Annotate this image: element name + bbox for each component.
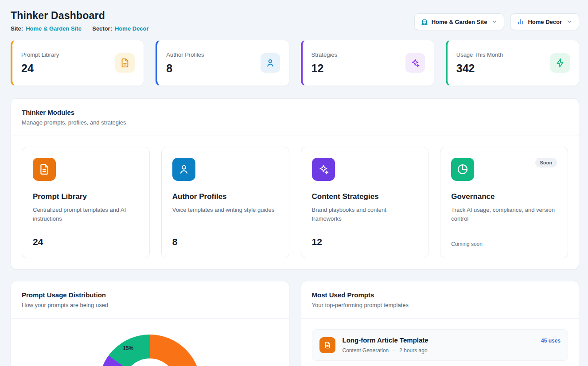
separator-dot: · xyxy=(86,25,88,32)
site-label: Site: xyxy=(11,25,23,32)
module-title: Governance xyxy=(451,192,557,201)
header: Thinker Dashboard Site: Home & Garden Si… xyxy=(11,10,579,32)
person-icon xyxy=(261,53,280,73)
star-icon xyxy=(312,158,335,181)
module-description: Track AI usage, compliance, and version … xyxy=(451,206,557,223)
sector-label: Sector: xyxy=(92,25,112,32)
modules-section-subtitle: Manage prompts, profiles, and strategies xyxy=(22,119,568,126)
module-count: 8 xyxy=(172,237,278,247)
module-card-top xyxy=(312,158,418,181)
stat-label: Usage This Month xyxy=(456,51,503,58)
most-used-prompts-card: Most Used Prompts Your top-performing pr… xyxy=(301,281,580,366)
page-title: Thinker Dashboard xyxy=(11,10,149,22)
chevron-down-icon xyxy=(491,19,498,25)
prompts-card-title: Most Used Prompts xyxy=(312,291,569,299)
usage-distribution-card: Prompt Usage Distribution How your promp… xyxy=(11,281,289,366)
module-title: Content Strategies xyxy=(312,192,418,201)
modules-section-title: Thinker Modules xyxy=(22,109,568,116)
module-card-top xyxy=(172,158,278,181)
modules-section-header: Thinker Modules Manage prompts, profiles… xyxy=(11,99,579,136)
sector-dropdown[interactable]: Home Decor xyxy=(510,13,579,30)
bar-chart-icon xyxy=(517,18,524,25)
prompt-item-uses: 45 uses xyxy=(541,338,561,344)
stat-card-prompt-library: Prompt Library 24 xyxy=(11,40,144,86)
module-card-top: Soon xyxy=(451,158,557,181)
stat-card-strategies: Strategies 12 xyxy=(301,40,434,86)
dashboard-page: Thinker Dashboard Site: Home & Garden Si… xyxy=(0,0,588,366)
prompt-list-item[interactable]: Long-form Article Template Content Gener… xyxy=(312,329,569,361)
document-icon xyxy=(115,53,135,73)
module-count: 12 xyxy=(312,237,418,247)
module-description: Voice templates and writing style guides xyxy=(172,206,278,214)
usage-card-title: Prompt Usage Distribution xyxy=(22,291,278,299)
document-icon xyxy=(33,158,56,181)
building-icon xyxy=(421,18,428,25)
bottom-row: Prompt Usage Distribution How your promp… xyxy=(11,281,579,366)
usage-chart-area: 15% xyxy=(11,319,289,366)
divider xyxy=(451,235,557,235)
site-sector-line: Site: Home & Garden Site · Sector: Home … xyxy=(11,25,149,32)
stat-label: Author Profiles xyxy=(166,51,204,58)
header-title-block: Thinker Dashboard Site: Home & Garden Si… xyxy=(11,10,149,32)
header-actions: Home & Garden Site Home Decor xyxy=(414,13,579,30)
prompts-card-header: Most Used Prompts Your top-performing pr… xyxy=(301,281,579,319)
stat-info: Strategies 12 xyxy=(312,51,338,75)
stat-value: 342 xyxy=(456,62,503,75)
stat-label: Strategies xyxy=(312,51,338,58)
usage-card-subtitle: How your prompts are being used xyxy=(22,302,278,308)
donut-segment-label: 15% xyxy=(123,345,133,351)
pie-chart-icon xyxy=(451,158,474,181)
document-icon xyxy=(319,337,335,353)
lightning-icon xyxy=(550,53,570,73)
separator-dot: · xyxy=(393,347,395,354)
prompt-item-meta: Content Generation · 2 hours ago xyxy=(343,347,534,354)
module-description: Centralized prompt templates and AI inst… xyxy=(33,206,139,223)
module-card-author-profiles[interactable]: Author Profiles Voice templates and writ… xyxy=(161,147,289,258)
stat-info: Prompt Library 24 xyxy=(21,51,59,75)
donut-chart: 15% xyxy=(99,335,201,366)
site-dropdown-label: Home & Garden Site xyxy=(432,19,487,25)
sector-dropdown-label: Home Decor xyxy=(528,19,562,25)
module-count: 24 xyxy=(33,237,139,247)
stat-info: Author Profiles 8 xyxy=(166,51,204,75)
soon-badge: Soon xyxy=(535,158,557,167)
sector-link[interactable]: Home Decor xyxy=(115,25,149,32)
coming-soon-label: Coming soon xyxy=(451,241,557,247)
prompt-item-title: Long-form Article Template xyxy=(343,336,534,344)
site-link[interactable]: Home & Garden Site xyxy=(26,25,82,32)
stat-value: 24 xyxy=(21,62,59,75)
prompts-list: Long-form Article Template Content Gener… xyxy=(301,319,579,366)
stat-card-usage: Usage This Month 342 xyxy=(446,40,579,86)
prompt-item-category: Content Generation xyxy=(343,347,389,354)
module-card-prompt-library[interactable]: Prompt Library Centralized prompt templa… xyxy=(22,147,150,258)
chevron-down-icon xyxy=(566,19,572,25)
module-description: Brand playbooks and content frameworks xyxy=(312,206,418,223)
prompts-card-subtitle: Your top-performing prompt templates xyxy=(312,302,569,308)
stat-info: Usage This Month 342 xyxy=(456,51,503,75)
stat-value: 8 xyxy=(166,62,204,75)
prompt-item-time: 2 hours ago xyxy=(399,347,427,354)
star-icon xyxy=(405,53,425,73)
site-dropdown[interactable]: Home & Garden Site xyxy=(414,13,505,30)
module-card-governance[interactable]: Soon Governance Track AI usage, complian… xyxy=(440,147,568,258)
person-icon xyxy=(172,158,195,181)
module-card-content-strategies[interactable]: Content Strategies Brand playbooks and c… xyxy=(301,147,429,258)
usage-card-header: Prompt Usage Distribution How your promp… xyxy=(11,281,289,319)
stat-card-author-profiles: Author Profiles 8 xyxy=(156,40,289,86)
thinker-modules-section: Thinker Modules Manage prompts, profiles… xyxy=(11,98,579,269)
stat-value: 12 xyxy=(312,62,338,75)
module-title: Prompt Library xyxy=(33,192,139,201)
module-title: Author Profiles xyxy=(172,192,278,201)
stats-row: Prompt Library 24 Author Profiles 8 Stra… xyxy=(11,40,579,86)
prompt-item-text: Long-form Article Template Content Gener… xyxy=(343,336,534,354)
modules-grid: Prompt Library Centralized prompt templa… xyxy=(11,136,579,269)
stat-label: Prompt Library xyxy=(21,51,59,58)
module-card-top xyxy=(33,158,139,181)
